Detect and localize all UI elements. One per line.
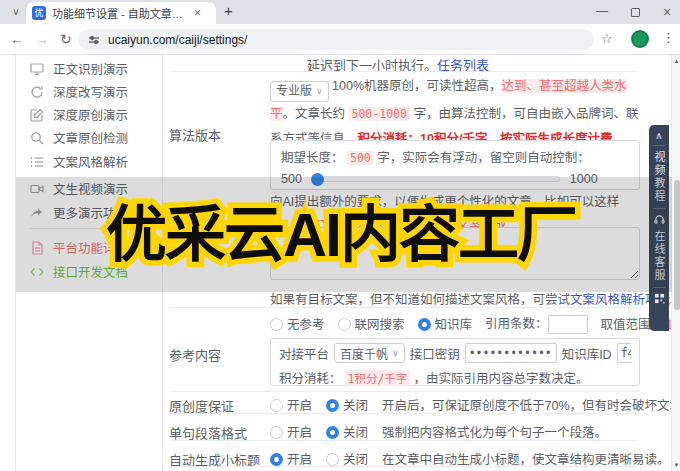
- knowledge-base-config-box: 对接平台 百度千帆∨ 接口密钥 知识库ID 积分消耗： 1积分/千字 ，由实际引…: [270, 338, 640, 386]
- select-value: 百度千帆: [340, 345, 388, 362]
- refresh-icon: [30, 85, 44, 99]
- sidebar-item-originality-check[interactable]: 文章原创检测: [30, 128, 128, 147]
- sidebar-item-label: 深度改写演示: [53, 82, 128, 101]
- sidebar-item-label: 正文识别演示: [53, 59, 128, 78]
- list-icon: [30, 155, 44, 169]
- cost-value-badge: 1积分/千字: [345, 370, 411, 386]
- browser-menu-icon[interactable]: ⋮: [662, 30, 675, 45]
- forward-button[interactable]: →: [35, 31, 49, 47]
- algorithm-version-label: 算法版本: [169, 125, 221, 144]
- desc-text: 100%机器原创，可读性超高，: [332, 79, 501, 93]
- radio-on[interactable]: 开启: [270, 395, 312, 414]
- window-minimize-button[interactable]: —: [596, 4, 608, 18]
- quote-count-input[interactable]: [548, 315, 588, 334]
- radio-icon-checked: [326, 426, 339, 439]
- back-button[interactable]: ←: [10, 31, 24, 47]
- originality-guarantee-row: 开启 关闭 开启后，可保证原创度不低于70%，但有时会破坏文章风格。: [270, 395, 680, 414]
- new-tab-button[interactable]: +: [224, 2, 233, 19]
- radio-off[interactable]: 关闭: [326, 422, 368, 441]
- algorithm-version-select[interactable]: 专业版∨: [270, 81, 329, 102]
- scroll-up-icon[interactable]: ▲: [673, 58, 680, 64]
- url-bar[interactable]: ucaiyun.com/caiji/settings/: [78, 29, 594, 50]
- api-key-input[interactable]: [465, 343, 557, 363]
- qr-code-icon[interactable]: [654, 293, 665, 304]
- quote-count-label: 引用条数：: [485, 317, 548, 331]
- row-divider: [169, 413, 639, 414]
- radio-icon-checked: [418, 318, 431, 331]
- platform-label: 对接平台: [279, 344, 329, 363]
- radio-label: 开启: [287, 426, 312, 440]
- page-scrollbar[interactable]: ▲ ▼: [671, 55, 680, 471]
- profile-avatar[interactable]: [631, 30, 649, 48]
- sidebar-item-style-analysis[interactable]: 文案风格解析: [30, 152, 128, 171]
- watermark: 优采云AI内容工厂 优采云AI内容工厂: [86, 191, 596, 281]
- tune-icon: [88, 34, 100, 46]
- kb-config-line: 对接平台 百度千帆∨ 接口密钥 知识库ID: [279, 343, 631, 363]
- radio-icon: [270, 426, 283, 439]
- reference-source-radios: 无参考 联网搜索 知识库 引用条数： 取值范围：1-10: [270, 313, 642, 334]
- reference-content-label: 参考内容: [169, 345, 221, 364]
- bookmark-star-icon[interactable]: ☆: [601, 31, 613, 46]
- sidebar-item-deep-rewrite[interactable]: 深度改写演示: [30, 82, 128, 101]
- search-icon: [30, 131, 44, 145]
- chevron-down-icon: ∨: [316, 79, 323, 104]
- cost-suffix: ，由实际引用内容总字数决定。: [413, 368, 588, 387]
- api-key-label: 接口密钥: [410, 344, 460, 363]
- radio-web-search[interactable]: 联网搜索: [338, 314, 405, 333]
- reload-button[interactable]: ↻: [60, 31, 72, 47]
- sidebar-item-label: 文案风格解析: [53, 152, 128, 171]
- radio-icon: [326, 453, 339, 466]
- tab-strip: ∨ 优 功能细节设置 - 自助文章采集 × + — ×: [0, 0, 680, 24]
- tab-title: 功能细节设置 - 自助文章采集: [52, 5, 192, 21]
- radio-icon: [338, 318, 351, 331]
- scrollbar-thumb[interactable]: [674, 180, 680, 310]
- window-maximize-button[interactable]: [631, 8, 640, 17]
- tab-favicon: 优: [32, 6, 46, 20]
- tab-search-icon[interactable]: ∨: [7, 4, 25, 20]
- collapse-chevron-icon[interactable]: ∧: [655, 131, 662, 140]
- browser-window: ∨ 优 功能细节设置 - 自助文章采集 × + — × ← → ↻ ucaiyu…: [0, 0, 680, 471]
- radio-label: 关闭: [343, 453, 368, 467]
- radio-label: 联网搜索: [355, 318, 405, 332]
- scroll-down-icon[interactable]: ▼: [673, 462, 680, 468]
- window-close-button[interactable]: ×: [663, 4, 671, 20]
- toggle-description: 强制把内容格式化为每个句子一个段落。: [382, 422, 607, 441]
- row-divider: [169, 71, 639, 72]
- length-range-badge: 500-1000: [349, 107, 410, 121]
- radio-icon: [270, 399, 283, 412]
- radio-label: 开启: [287, 453, 312, 467]
- radio-icon: [270, 318, 283, 331]
- single-sentence-row: 开启 关闭 强制把内容格式化为每个句子一个段落。: [270, 422, 607, 441]
- row-divider: [169, 307, 639, 308]
- platform-select[interactable]: 百度千帆∨: [334, 343, 405, 363]
- row-divider: [169, 466, 639, 467]
- select-value: 专业版: [276, 79, 312, 104]
- sidebar-item-label: 文章原创检测: [53, 128, 128, 147]
- radio-label: 关闭: [343, 426, 368, 440]
- length-suffix: 字，实际会有浮动，留空则自动控制：: [377, 151, 590, 165]
- kb-id-label: 知识库ID: [562, 344, 612, 363]
- radio-on[interactable]: 开启: [270, 422, 312, 441]
- radio-no-reference[interactable]: 无参考: [270, 314, 325, 333]
- cost-label: 积分消耗：: [279, 368, 342, 387]
- length-value-badge: 500: [347, 151, 374, 165]
- sidebar-item-text-recognition[interactable]: 正文识别演示: [30, 59, 128, 78]
- radio-label: 开启: [287, 399, 312, 413]
- kb-id-input[interactable]: [617, 343, 631, 363]
- chevron-down-icon: ∨: [392, 348, 399, 358]
- quote-count-group: 引用条数：: [485, 313, 588, 334]
- sidebar-item-label: 深度原创演示: [53, 105, 128, 124]
- radio-label: 无参考: [287, 318, 325, 332]
- style-analysis-link[interactable]: 文案风格解析: [570, 293, 645, 307]
- radio-knowledge-base[interactable]: 知识库: [418, 314, 473, 333]
- desc-text: 。文章长约: [283, 107, 346, 121]
- toggle-description: 开启后，可保证原创度不低于70%，但有时会破坏文章风格。: [382, 395, 680, 414]
- tab-close-icon[interactable]: ×: [194, 7, 201, 19]
- radio-off[interactable]: 关闭: [326, 395, 368, 414]
- row-divider: [169, 391, 639, 392]
- monitor-icon: [30, 62, 44, 76]
- length-prefix: 期望长度：: [281, 151, 344, 165]
- expected-length-line: 期望长度： 500 字，实际会有浮动，留空则自动控制：: [281, 147, 629, 166]
- sidebar-item-deep-original[interactable]: 深度原创演示: [30, 105, 128, 124]
- browser-tab[interactable]: 优 功能细节设置 - 自助文章采集 ×: [26, 2, 216, 24]
